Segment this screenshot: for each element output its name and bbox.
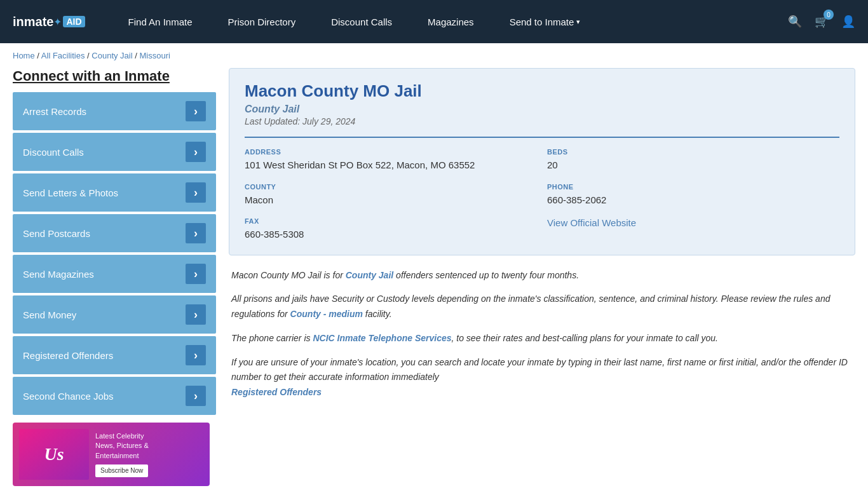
sidebar-item-send-magazines[interactable]: Send Magazines › — [13, 255, 216, 293]
chevron-right-icon: › — [186, 223, 206, 243]
facility-name: Macon County MO Jail — [245, 81, 839, 101]
facility-type: County Jail — [245, 104, 839, 115]
chevron-right-icon: › — [186, 386, 206, 406]
sidebar-item-send-letters[interactable]: Send Letters & Photos › — [13, 173, 216, 212]
fax-label: FAX — [245, 217, 537, 225]
ad-image: Us — [19, 429, 89, 480]
county-value: Macon — [245, 193, 537, 208]
sidebar-item-send-postcards[interactable]: Send Postcards › — [13, 214, 216, 252]
sidebar-menu: Arrest Records › Discount Calls › Send L… — [13, 92, 216, 415]
breadcrumb: Home / All Facilities / County Jail / Mi… — [0, 43, 868, 68]
facility-description: Macon County MO Jail is for County Jail … — [229, 268, 855, 401]
fax-value: 660-385-5308 — [245, 227, 537, 242]
sidebar: Connect with an Inmate Arrest Records › … — [13, 68, 216, 486]
breadcrumb-all-facilities[interactable]: All Facilities — [41, 51, 85, 60]
nav-prison-directory[interactable]: Prison Directory — [210, 17, 314, 27]
description-para-2: All prisons and jails have Security or C… — [231, 292, 853, 322]
facility-address-block: ADDRESS 101 West Sheridan St PO Box 522,… — [245, 148, 537, 173]
sidebar-item-arrest-records[interactable]: Arrest Records › — [13, 92, 216, 130]
sidebar-title: Connect with an Inmate — [13, 68, 216, 85]
sidebar-item-second-chance-jobs[interactable]: Second Chance Jobs › — [13, 377, 216, 415]
sidebar-item-discount-calls[interactable]: Discount Calls › — [13, 133, 216, 171]
nav-right-icons: 🔍 🛒 0 👤 — [788, 15, 855, 29]
divider — [245, 137, 839, 138]
breadcrumb-county-jail[interactable]: County Jail — [92, 51, 132, 60]
county-label: COUNTY — [245, 183, 537, 191]
chevron-right-icon: › — [186, 142, 206, 162]
search-icon[interactable]: 🔍 — [788, 15, 802, 29]
nav-discount-calls[interactable]: Discount Calls — [313, 17, 410, 27]
ncic-link[interactable]: NCIC Inmate Telephone Services — [313, 333, 451, 343]
main-content: Macon County MO Jail County Jail Last Up… — [229, 68, 855, 486]
account-icon[interactable]: 👤 — [841, 15, 855, 29]
facility-last-updated: Last Updated: July 29, 2024 — [245, 116, 839, 126]
phone-value: 660-385-2062 — [547, 193, 839, 208]
chevron-right-icon: › — [186, 182, 206, 203]
description-para-3: The phone carrier is NCIC Inmate Telepho… — [231, 331, 853, 346]
county-medium-link[interactable]: County - medium — [290, 309, 363, 319]
sidebar-item-registered-offenders[interactable]: Registered Offenders › — [13, 336, 216, 374]
nav-send-to-inmate[interactable]: Send to Inmate ▾ — [492, 17, 599, 27]
ad-subscribe-button[interactable]: Subscribe Now — [95, 464, 148, 477]
chevron-right-icon: › — [186, 345, 206, 365]
facility-website-block: View Official Website — [547, 217, 839, 242]
view-official-website-link[interactable]: View Official Website — [547, 217, 636, 228]
description-para-4: If you are unsure of your inmate's locat… — [231, 355, 853, 400]
breadcrumb-missouri[interactable]: Missouri — [139, 51, 170, 60]
registered-offenders-link[interactable]: Registered Offenders — [231, 387, 322, 397]
nav-find-inmate[interactable]: Find An Inmate — [111, 17, 210, 27]
county-jail-link[interactable]: County Jail — [346, 270, 393, 280]
facility-info-card: Macon County MO Jail County Jail Last Up… — [229, 68, 855, 255]
facility-fax-block: FAX 660-385-5308 — [245, 217, 537, 242]
nav-magazines[interactable]: Magazines — [410, 17, 492, 27]
ad-text: Latest Celebrity News, Pictures & Entert… — [95, 431, 149, 477]
site-header: inmate ✦ AID Find An Inmate Prison Direc… — [0, 0, 868, 43]
facility-beds-block: BEDS 20 — [547, 148, 839, 173]
description-para-1: Macon County MO Jail is for County Jail … — [231, 268, 853, 283]
address-label: ADDRESS — [245, 148, 537, 156]
main-layout: Connect with an Inmate Arrest Records › … — [0, 68, 868, 488]
address-value: 101 West Sheridan St PO Box 522, Macon, … — [245, 158, 537, 173]
facility-details-grid: ADDRESS 101 West Sheridan St PO Box 522,… — [245, 148, 839, 242]
site-logo[interactable]: inmate ✦ AID — [13, 15, 85, 29]
facility-county-block: COUNTY Macon — [245, 183, 537, 208]
main-nav: Find An Inmate Prison Directory Discount… — [111, 17, 788, 27]
advertisement-banner: Us Latest Celebrity News, Pictures & Ent… — [13, 423, 210, 486]
chevron-right-icon: › — [186, 264, 206, 284]
facility-phone-block: PHONE 660-385-2062 — [547, 183, 839, 208]
sidebar-item-send-money[interactable]: Send Money › — [13, 295, 216, 334]
beds-value: 20 — [547, 158, 839, 173]
dropdown-arrow-icon: ▾ — [576, 18, 580, 26]
phone-label: PHONE — [547, 183, 839, 191]
beds-label: BEDS — [547, 148, 839, 156]
cart-icon[interactable]: 🛒 0 — [815, 15, 829, 29]
chevron-right-icon: › — [186, 304, 206, 325]
chevron-right-icon: › — [186, 101, 206, 121]
breadcrumb-home[interactable]: Home — [13, 51, 35, 60]
